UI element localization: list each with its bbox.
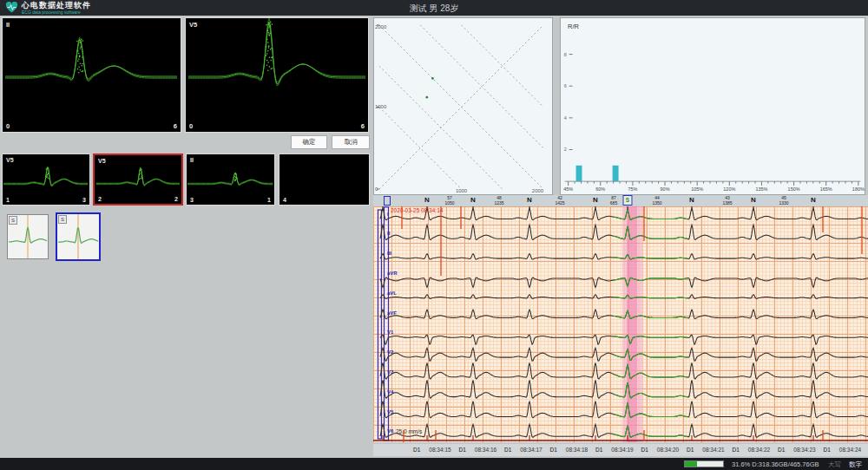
ok-button[interactable]: 确定: [291, 135, 327, 149]
rr-ms-value: 1050: [444, 200, 454, 206]
timeline-day-label: D1: [413, 447, 420, 453]
svg-text:75%: 75%: [628, 186, 637, 192]
lead-label-v3: V3: [387, 369, 393, 375]
timeline-entry: D108:34:21: [687, 447, 725, 453]
timeline-day-label: D1: [641, 447, 648, 453]
timeline-day-label: D1: [687, 447, 694, 453]
timeline-time: 08:34:22: [748, 447, 770, 453]
average-beat-panel-ii[interactable]: II 0 6: [2, 17, 181, 133]
range-start: 0: [189, 122, 193, 130]
timeline-entry: D108:34:16: [459, 447, 497, 453]
svg-text:2000: 2000: [532, 188, 544, 193]
beat-thumbnail-2[interactable]: S: [56, 212, 101, 261]
ecg-strip-paper[interactable]: 2020-03-25 08:34:14 25.0 mm/s IIIIIIaVRa…: [373, 206, 868, 442]
lead-label-v2: V2: [387, 349, 393, 355]
hr-rr-annotation: 441350: [652, 195, 661, 206]
lead-label: V5: [189, 21, 197, 29]
beat-label-normal[interactable]: N: [751, 196, 756, 204]
class-index: 2: [98, 196, 102, 202]
timeline-entry: D108:34:18: [550, 447, 589, 453]
beat-class-panel-1[interactable]: V513: [2, 153, 90, 206]
timeline-time: 08:34:23: [793, 447, 815, 453]
beat-type-badge: S: [58, 215, 67, 224]
ime-caps-indicator[interactable]: 大写: [828, 460, 841, 469]
svg-text:180%: 180%: [852, 186, 865, 192]
svg-text:2000: 2000: [375, 24, 387, 29]
svg-text:120%: 120%: [723, 186, 735, 192]
timeline-day-label: D1: [595, 447, 602, 453]
beat-thumbnail-1[interactable]: S: [7, 214, 49, 259]
lead-label-avr: aVR: [387, 271, 398, 276]
beat-type-badge: S: [9, 216, 17, 225]
beat-count: 2: [174, 196, 178, 202]
strip-timeline[interactable]: D108:34:15D108:34:16D108:34:17D108:34:18…: [373, 444, 868, 456]
svg-text:150%: 150%: [788, 186, 800, 192]
paper-speed-label: 25.0 mm/s: [396, 428, 422, 434]
titlebar: 心电数据处理软件 ECG data processing software 测试…: [0, 0, 868, 16]
beat-label-normal[interactable]: N: [424, 196, 430, 204]
timeline-day-label: D1: [778, 447, 785, 453]
hr-rr-annotation: 431385: [722, 195, 732, 206]
svg-text:1000: 1000: [456, 188, 468, 193]
rr-ms-value: 1330: [779, 200, 788, 206]
svg-text:1000: 1000: [375, 104, 387, 109]
class-index: 3: [190, 197, 194, 203]
class-index: 1: [6, 197, 10, 203]
timeline-day-label: D1: [504, 447, 511, 453]
ime-digit-indicator[interactable]: 数字: [849, 460, 862, 469]
rr-lorenz-plot[interactable]: 01000200010002000: [373, 17, 553, 195]
lead-label-v4: V4: [387, 389, 393, 395]
timeline-time: 08:34:18: [566, 447, 588, 453]
timeline-entry: D108:34:20: [641, 447, 680, 453]
timeline-day-label: D1: [733, 447, 740, 453]
hr-rr-annotation: 87685: [610, 195, 617, 206]
beat-annotation-band[interactable]: N571050N481235N421425N87685S441350N43138…: [373, 195, 868, 206]
beat-class-panels: V513V522II314: [2, 153, 370, 206]
cancel-button[interactable]: 取消: [332, 135, 370, 149]
svg-text:8: 8: [564, 52, 567, 57]
beat-label-normal[interactable]: N: [527, 196, 532, 204]
rr-ms-value: 1425: [555, 200, 564, 206]
timeline-entry: D108:34:19: [595, 447, 634, 453]
lead-label: II: [190, 157, 194, 163]
svg-text:90%: 90%: [661, 186, 670, 192]
ecg-software-window: { "titlebar": { "app_name": "心电数据处理软件", …: [0, 0, 868, 470]
lead-label-i: I: [387, 212, 389, 217]
timeline-entry: D108:34:15: [413, 447, 451, 453]
svg-text:105%: 105%: [691, 186, 703, 192]
lead-label-avl: aVL: [387, 290, 397, 296]
timeline-time: 08:34:19: [611, 447, 633, 453]
timeline-entry: D108:34:22: [733, 447, 771, 453]
beat-class-panel-3[interactable]: II31: [186, 153, 275, 206]
beat-label-normal[interactable]: N: [689, 196, 694, 204]
rr-ms-value: 1350: [652, 200, 661, 206]
statusbar: 31.6% D:318.36GB/465.76GB 大写 数字: [0, 458, 868, 470]
disk-usage-text: 31.6% D:318.36GB/465.76GB: [732, 460, 819, 468]
beat-label-normal[interactable]: N: [470, 196, 476, 204]
beat-count: 3: [82, 197, 86, 203]
timeline-time: 08:34:24: [839, 447, 861, 453]
beat-class-panel-2[interactable]: V522: [93, 153, 183, 206]
timeline-time: 08:34:17: [520, 447, 542, 453]
patient-title: 测试 男 28岁: [0, 3, 868, 15]
rr-histogram[interactable]: R/R 45%60%75%90%105%120%135%150%165%180%…: [560, 17, 865, 195]
beat-label-supraventricular-selected[interactable]: S: [623, 195, 633, 206]
beat-label-normal[interactable]: N: [811, 196, 816, 204]
timeline-day-label: D1: [824, 447, 831, 453]
timeline-time: 08:34:16: [475, 447, 496, 453]
range-end: 6: [174, 122, 177, 130]
svg-text:135%: 135%: [755, 186, 767, 192]
hr-rr-annotation: 421425: [555, 195, 564, 206]
beat-label-normal[interactable]: N: [593, 196, 598, 204]
lead-label-v6: V6: [387, 428, 393, 434]
beat-count: 1: [267, 197, 271, 203]
beat-class-panel-4[interactable]: 4: [279, 153, 370, 206]
lead-label-v1: V1: [387, 330, 393, 335]
timeline-time: 08:34:15: [429, 447, 450, 453]
lead-label: V5: [98, 158, 106, 164]
rr-ms-value: 685: [610, 200, 617, 206]
timeline-entry: D108:34:23: [778, 447, 816, 453]
svg-text:45%: 45%: [563, 186, 573, 192]
average-beat-panel-v5[interactable]: V5 0 6: [185, 17, 369, 133]
calibration-mark: [384, 196, 391, 206]
